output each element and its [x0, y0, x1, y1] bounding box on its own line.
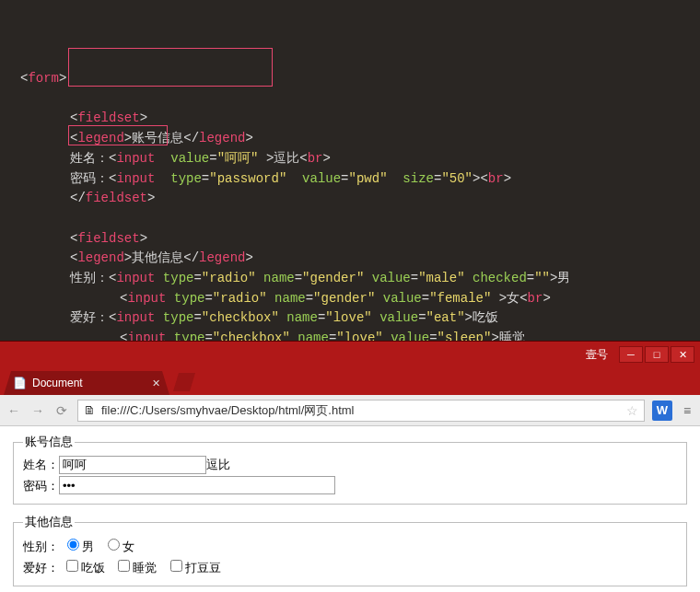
gender-label: 性别： [23, 540, 59, 553]
extension-icon[interactable]: W [652, 400, 672, 421]
tab-close-icon[interactable]: ✕ [152, 377, 160, 389]
gender-female-radio[interactable] [108, 539, 120, 551]
code-line: <fieldset> [20, 229, 147, 250]
legend-other: 其他信息 [23, 514, 75, 530]
code-line: 密码：<input type="password" value="pwd" si… [20, 169, 511, 190]
fieldset-account: 账号信息 姓名：逗比 密码： [13, 434, 687, 505]
hobby-label: 爱好： [23, 561, 59, 575]
forward-icon[interactable]: → [29, 403, 46, 418]
code-line: <legend>其他信息</legend> [20, 249, 253, 269]
menu-icon[interactable]: ≡ [680, 403, 694, 418]
hobby-bat-checkbox[interactable] [170, 560, 182, 572]
code-editor[interactable]: <form> <fieldset> <legend>账号信息</legend> … [0, 0, 700, 341]
back-icon[interactable]: ← [6, 403, 22, 418]
fieldset-other: 其他信息 性别： 男 女 爱好： 吃饭 睡觉 打豆豆 [13, 514, 687, 586]
file-icon: 🗎 [84, 403, 96, 417]
reload-icon[interactable]: ⟳ [53, 403, 70, 418]
code-line: 性别：<input type="radio" name="gender" val… [20, 269, 570, 289]
highlight-box-1 [68, 48, 273, 87]
window-titlebar: 壹号 ─ □ ✕ [0, 342, 700, 367]
hobby-eat-text: 吃饭 [81, 561, 105, 575]
browser-toolbar: ← → ⟳ 🗎 file:///C:/Users/smyhvae/Desktop… [0, 395, 700, 426]
code-line: <input type="checkbox" name="love" value… [20, 329, 525, 341]
hobby-bat-text: 打豆豆 [185, 561, 221, 575]
hobby-sleep-checkbox[interactable] [118, 560, 130, 572]
name-suffix: 逗比 [206, 458, 230, 471]
legend-account: 账号信息 [23, 434, 75, 450]
gender-male-radio[interactable] [67, 539, 79, 551]
new-tab-button[interactable] [173, 373, 195, 391]
hobby-sleep-text: 睡觉 [133, 561, 157, 575]
code-line: 爱好：<input type="checkbox" name="love" va… [20, 308, 498, 329]
window-badge: 壹号 [586, 347, 608, 363]
tab-strip: 📄 Document ✕ [0, 367, 700, 395]
browser-tab[interactable]: 📄 Document ✕ [4, 371, 169, 395]
gender-male-text: 男 [82, 540, 94, 553]
code-line: 姓名：<input value="呵呵" >逗比<br> [20, 149, 331, 169]
close-button[interactable]: ✕ [671, 346, 694, 363]
code-line: <input type="radio" name="gender" value=… [20, 289, 551, 309]
name-label: 姓名： [23, 458, 59, 471]
code-line: </fieldset> [20, 189, 155, 209]
gender-female-text: 女 [122, 540, 134, 553]
file-icon: 📄 [13, 377, 27, 389]
maximize-button[interactable]: □ [645, 346, 669, 363]
code-line: <form> [20, 71, 66, 86]
code-line: <legend>账号信息</legend> [20, 129, 253, 149]
minimize-button[interactable]: ─ [619, 346, 643, 363]
browser-window: 壹号 ─ □ ✕ 📄 Document ✕ ← → ⟳ 🗎 file:///C:… [0, 341, 700, 592]
url-text: file:///C:/Users/smyhvae/Desktop/html/网页… [101, 402, 355, 419]
name-input[interactable] [59, 456, 206, 474]
hobby-eat-checkbox[interactable] [66, 560, 78, 572]
address-bar[interactable]: 🗎 file:///C:/Users/smyhvae/Desktop/html/… [77, 400, 645, 422]
password-input[interactable] [59, 476, 335, 494]
code-line: <fieldset> [20, 109, 147, 129]
tab-title: Document [32, 377, 83, 389]
password-label: 密码： [23, 479, 59, 493]
rendered-page: 账号信息 姓名：逗比 密码： 其他信息 性别： 男 女 爱好： 吃饭 睡觉 [0, 426, 700, 592]
bookmark-icon[interactable]: ☆ [626, 403, 638, 418]
